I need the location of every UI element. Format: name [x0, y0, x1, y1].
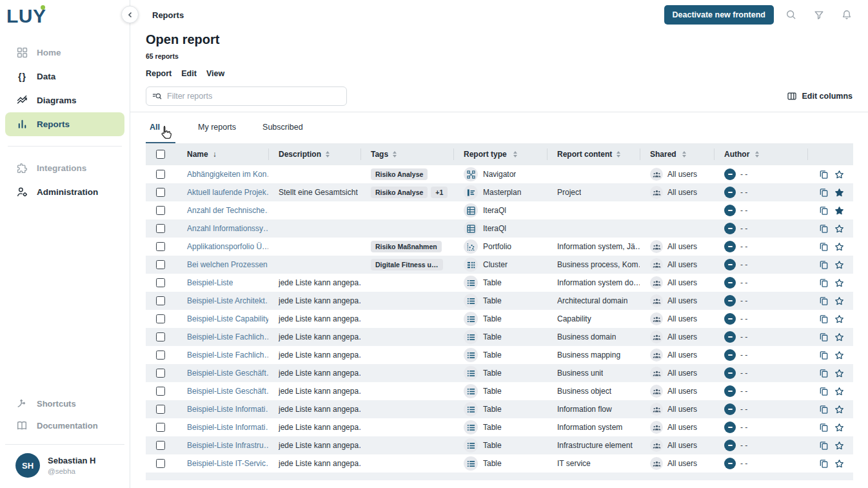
copy-icon[interactable]	[819, 387, 829, 396]
row-checkbox[interactable]	[156, 188, 165, 197]
row-checkbox[interactable]	[156, 369, 165, 378]
copy-icon[interactable]	[819, 441, 829, 451]
star-icon[interactable]	[834, 369, 844, 378]
copy-icon[interactable]	[819, 405, 829, 414]
deactivate-frontend-button[interactable]: Deactivate new frontend	[664, 5, 774, 25]
sidebar-item-shortcuts[interactable]: Shortcuts	[5, 392, 124, 414]
table-row[interactable]: Beispiel-Liste jede Liste kann angepa… T…	[146, 274, 853, 292]
tab-subscribed[interactable]: Subscribed	[259, 112, 307, 143]
tab-my-reports[interactable]: My reports	[194, 112, 240, 143]
copy-icon[interactable]	[819, 224, 829, 234]
sidebar-item-integrations[interactable]: Integrations	[5, 156, 124, 180]
table-row[interactable]: Beispiel-Liste IT-Servic… jede Liste kan…	[146, 454, 853, 473]
report-name-link[interactable]: Anzahl Informationssy…	[187, 224, 268, 233]
report-name-link[interactable]: Beispiel-Liste Fachlich…	[187, 351, 268, 360]
star-icon[interactable]	[834, 242, 844, 252]
copy-icon[interactable]	[819, 369, 829, 378]
table-row[interactable]: Beispiel-Liste Fachlich… jede Liste kann…	[146, 328, 853, 346]
row-checkbox[interactable]	[156, 242, 165, 251]
table-row[interactable]: Beispiel-Liste Infrastru… jede Liste kan…	[146, 436, 853, 454]
tab-all[interactable]: All	[146, 112, 175, 143]
table-row[interactable]: Beispiel-Liste Informati… jede Liste kan…	[146, 400, 853, 418]
column-header-report-type[interactable]: Report type	[453, 143, 547, 165]
sidebar-item-home[interactable]: Home	[5, 41, 124, 65]
table-row[interactable]: Applikationsporfolio Ü… Risiko Maßnahmen…	[146, 238, 853, 256]
column-header-shared[interactable]: Shared	[640, 143, 714, 165]
star-icon[interactable]	[834, 314, 844, 324]
table-row[interactable]: Anzahl der Technische… IteraQl - -	[146, 201, 853, 219]
table-row[interactable]: Beispiel-Liste Informati… jede Liste kan…	[146, 418, 853, 436]
table-row[interactable]: Anzahl Informationssy… IteraQl - -	[146, 219, 853, 238]
table-row[interactable]: Beispiel-Liste Geschäft… jede Liste kann…	[146, 382, 853, 400]
star-icon[interactable]	[834, 224, 844, 234]
table-row[interactable]: Aktuell laufende Projek… Stellt eine Ges…	[146, 183, 853, 201]
copy-icon[interactable]	[819, 278, 829, 288]
star-icon[interactable]	[834, 423, 844, 432]
sidebar-item-diagrams[interactable]: Diagrams	[5, 88, 124, 112]
copy-icon[interactable]	[819, 242, 829, 252]
star-icon-filled[interactable]	[834, 188, 844, 198]
report-name-link[interactable]: Beispiel-Liste Geschäft…	[187, 387, 268, 396]
sidebar-item-reports[interactable]: Reports	[5, 112, 124, 136]
star-icon[interactable]	[834, 459, 844, 469]
row-checkbox[interactable]	[156, 423, 165, 432]
row-checkbox[interactable]	[156, 206, 165, 215]
star-icon[interactable]	[834, 260, 844, 270]
sidebar-item-documentation[interactable]: Documentation	[5, 414, 124, 436]
table-row[interactable]: Abhängigkeiten im Kon… Risiko Analyse Na…	[146, 165, 853, 183]
menu-report[interactable]: Report	[146, 69, 172, 78]
edit-columns-button[interactable]: Edit columns	[787, 91, 853, 101]
copy-icon[interactable]	[819, 206, 829, 216]
row-checkbox[interactable]	[156, 351, 165, 360]
report-name-link[interactable]: Beispiel-Liste Geschäft…	[187, 369, 268, 378]
copy-icon[interactable]	[819, 170, 829, 179]
copy-icon[interactable]	[819, 351, 829, 360]
report-name-link[interactable]: Beispiel-Liste Capability	[187, 314, 268, 323]
column-header-report-content[interactable]: Report content	[547, 143, 640, 165]
row-checkbox[interactable]	[156, 441, 165, 450]
report-name-link[interactable]: Beispiel-Liste Informati…	[187, 423, 268, 432]
row-checkbox[interactable]	[156, 260, 165, 269]
user-profile[interactable]: SH Sebastian H @sebha	[5, 444, 124, 488]
table-row[interactable]: Beispiel-Liste Capability jede Liste kan…	[146, 310, 853, 328]
table-row[interactable]: Beispiel-Liste Geschäft… jede Liste kann…	[146, 364, 853, 382]
column-header-description[interactable]: Description	[268, 143, 360, 165]
menu-edit[interactable]: Edit	[181, 69, 197, 78]
copy-icon[interactable]	[819, 314, 829, 324]
report-name-link[interactable]: Aktuell laufende Projek…	[187, 188, 268, 197]
report-name-link[interactable]: Beispiel-Liste	[187, 278, 233, 287]
report-name-link[interactable]: Beispiel-Liste IT-Servic…	[187, 459, 268, 468]
report-name-link[interactable]: Abhängigkeiten im Kon…	[187, 170, 268, 179]
row-checkbox[interactable]	[156, 296, 165, 305]
column-header-name[interactable]: Name ↓	[181, 143, 268, 165]
star-icon[interactable]	[834, 296, 844, 306]
star-icon[interactable]	[834, 387, 844, 396]
report-name-link[interactable]: Beispiel-Liste Architekt…	[187, 296, 268, 305]
table-row[interactable]: Beispiel-Liste Fachlich… jede Liste kann…	[146, 346, 853, 364]
copy-icon[interactable]	[819, 188, 829, 198]
star-icon[interactable]	[834, 278, 844, 288]
bell-icon[interactable]	[841, 9, 853, 21]
row-checkbox[interactable]	[156, 459, 165, 468]
sidebar-collapse-button[interactable]	[121, 6, 139, 23]
filter-reports-input[interactable]	[166, 91, 340, 101]
copy-icon[interactable]	[819, 332, 829, 342]
report-name-link[interactable]: Anzahl der Technische…	[187, 206, 268, 215]
report-name-link[interactable]: Beispiel-Liste Infrastru…	[187, 441, 268, 450]
sidebar-item-data[interactable]: { } Data	[5, 65, 124, 88]
report-name-link[interactable]: Applikationsporfolio Ü…	[187, 242, 268, 251]
select-all-checkbox[interactable]	[156, 150, 165, 159]
row-checkbox[interactable]	[156, 387, 165, 396]
column-header-author[interactable]: Author	[714, 143, 807, 165]
report-name-link[interactable]: Beispiel-Liste Informati…	[187, 405, 268, 414]
star-icon[interactable]	[834, 405, 844, 414]
copy-icon[interactable]	[819, 423, 829, 432]
star-icon[interactable]	[834, 170, 844, 179]
star-icon[interactable]	[834, 351, 844, 360]
star-icon-filled[interactable]	[834, 206, 844, 216]
row-checkbox[interactable]	[156, 224, 165, 233]
report-name-link[interactable]: Bei welchen Prozessen…	[187, 260, 268, 269]
copy-icon[interactable]	[819, 296, 829, 306]
sidebar-item-administration[interactable]: Administration	[5, 180, 124, 204]
table-row[interactable]: Bei welchen Prozessen… Digitale Fitness …	[146, 256, 853, 274]
